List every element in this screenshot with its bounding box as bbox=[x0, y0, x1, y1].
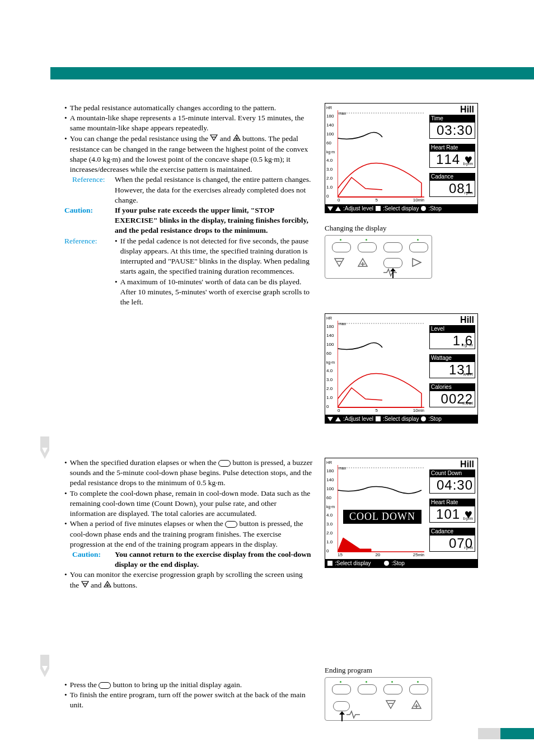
up-triangle-icon bbox=[335, 206, 341, 211]
header-accent-bar bbox=[50, 67, 534, 79]
status-bar-1: :Adjust level :Select display :Stop bbox=[325, 204, 477, 213]
panel-button[interactable] bbox=[409, 242, 428, 252]
section-1-text: •The pedal resistance automatically chan… bbox=[64, 103, 313, 307]
down-triangle-icon bbox=[327, 417, 333, 421]
caution-label: Caution: bbox=[64, 205, 115, 236]
section-3-text: • Press the button to bring up the initi… bbox=[64, 680, 313, 711]
stat-time-label: Time bbox=[429, 115, 475, 122]
round-button-icon bbox=[225, 521, 237, 528]
svg-marker-18 bbox=[413, 259, 421, 266]
round-button-icon bbox=[218, 460, 231, 467]
plus-triangle-icon bbox=[104, 580, 111, 590]
s2-b3: When a period of five minutes elapses or… bbox=[70, 519, 313, 550]
square-icon bbox=[376, 416, 381, 421]
section-2-text: • When the specified duration elapses or… bbox=[64, 458, 313, 591]
s1-b3: You can change the pedal resistance usin… bbox=[70, 134, 313, 175]
svg-marker-27 bbox=[386, 701, 395, 708]
svg-marker-5 bbox=[82, 581, 88, 587]
display-panel-1: HR 180 140 100 60 kg·m 4.0 3.0 2.0 1.0 0… bbox=[325, 103, 478, 213]
status-bar-2: :Adjust level :Select display :Stop bbox=[325, 415, 477, 423]
right-button[interactable] bbox=[410, 257, 423, 268]
square-icon bbox=[327, 561, 332, 566]
stat-cadence-value: 070rpm bbox=[429, 535, 475, 552]
stat-hr-value: 114 ♥bpm bbox=[429, 151, 475, 168]
svg-marker-33 bbox=[339, 711, 345, 715]
stat-countdown-value: 04:30 bbox=[429, 477, 475, 494]
y-axis-hr: HR 180 140 100 60 kg·m 4.0 3.0 2.0 1.0 0 bbox=[326, 316, 335, 414]
circle-icon bbox=[421, 206, 426, 211]
mode-label: Hill bbox=[460, 315, 474, 325]
caption-ending-program: Ending program bbox=[325, 666, 372, 675]
reference-body: When the pedal resistance is changed, th… bbox=[115, 175, 313, 205]
panel-button[interactable] bbox=[332, 242, 351, 252]
minus-triangle-icon bbox=[210, 134, 218, 144]
ref2-b2: A maximum of 10-minutes' worth of data c… bbox=[120, 277, 313, 308]
down-triangle-icon bbox=[327, 206, 333, 211]
up-button[interactable] bbox=[357, 257, 369, 268]
caution-label-2: Caution: bbox=[72, 550, 115, 570]
stat-wattage-label: Wattage bbox=[429, 354, 475, 361]
minus-triangle-icon bbox=[81, 580, 89, 590]
caption-changing-display: Changing the display bbox=[325, 224, 387, 233]
reference-label-2: Reference: bbox=[64, 236, 115, 277]
stat-wattage-value: 131watt bbox=[429, 361, 475, 378]
down-button[interactable] bbox=[385, 699, 397, 710]
svg-marker-0 bbox=[210, 135, 217, 140]
stat-countdown-label: Count Down bbox=[429, 469, 475, 477]
x-axis: 0510min bbox=[338, 408, 424, 413]
stat-cadence-label: Cadance bbox=[429, 173, 475, 180]
s2-b4: You can monitor the exercise progression… bbox=[70, 570, 313, 590]
s1-b2: A mountain-like shape represents a 15-mi… bbox=[70, 113, 313, 133]
footer-accent bbox=[500, 728, 534, 739]
plus-triangle-icon bbox=[233, 134, 241, 144]
down-button[interactable] bbox=[333, 257, 345, 268]
svg-marker-20 bbox=[390, 268, 396, 271]
flow-arrow-icon bbox=[39, 655, 50, 677]
s3-b2: To finish the entire program, turn off t… bbox=[70, 690, 313, 710]
y-axis-hr: HR 180 140 100 60 kg·m 4.0 3.0 2.0 1.0 0 bbox=[326, 106, 335, 203]
x-axis: 152025min bbox=[338, 552, 424, 557]
stat-calories-label: Calories bbox=[429, 383, 475, 391]
up-button[interactable] bbox=[410, 699, 423, 710]
circle-icon bbox=[384, 561, 389, 566]
status-bar-3: :Select display :Stop bbox=[325, 559, 477, 567]
stat-hr-label: Heart Rate bbox=[429, 499, 475, 506]
button-panel-2 bbox=[325, 677, 432, 721]
square-icon bbox=[376, 206, 381, 211]
cool-down-overlay: COOL DOWN bbox=[343, 510, 421, 524]
panel-button[interactable] bbox=[332, 684, 351, 694]
s1-b1: The pedal resistance automatically chang… bbox=[70, 103, 276, 113]
s2-b2: To complete the cool-down phase, remain … bbox=[70, 489, 313, 519]
up-triangle-icon bbox=[335, 417, 341, 421]
exercise-graph bbox=[338, 110, 427, 200]
pulse-icon bbox=[345, 710, 362, 719]
mode-label: Hill bbox=[460, 459, 474, 469]
caution-body: If your pulse rate exceeds the upper lim… bbox=[115, 205, 313, 236]
panel-button[interactable] bbox=[383, 242, 402, 252]
stat-cadence-label: Cadance bbox=[429, 528, 475, 535]
mode-label: Hill bbox=[460, 105, 474, 115]
display-panel-2: HR 180 140 100 60 kg·m 4.0 3.0 2.0 1.0 0… bbox=[325, 313, 478, 424]
svg-marker-13 bbox=[335, 259, 344, 266]
stat-time-value: 03:30 bbox=[429, 122, 475, 139]
panel-button[interactable] bbox=[409, 684, 428, 694]
s3-b1: Press the button to bring up the initial… bbox=[70, 680, 242, 690]
stat-level-value: 1.6kg·m bbox=[429, 332, 475, 349]
panel-button[interactable] bbox=[383, 684, 402, 694]
x-axis: 0510min bbox=[338, 198, 424, 203]
stat-level-label: Level bbox=[429, 325, 475, 332]
ref2-b1: If the pedal cadence is not detected for… bbox=[120, 236, 313, 277]
panel-button[interactable] bbox=[358, 684, 377, 694]
stat-calories-value: 0022Kcal bbox=[429, 391, 475, 407]
stat-cadence-value: 081rpm bbox=[429, 180, 475, 197]
s2-b1: When the specified duration elapses or w… bbox=[70, 458, 313, 489]
display-panel-3: HR 180 140 100 60 kg·m 4.0 3.0 2.0 1.0 0… bbox=[325, 458, 478, 568]
circle-icon bbox=[421, 416, 426, 421]
round-button-icon bbox=[99, 682, 111, 689]
stat-hr-value: 101 ♥bpm bbox=[429, 506, 475, 523]
panel-button[interactable] bbox=[358, 242, 377, 252]
caution-body-2: You cannot return to the exercise displa… bbox=[115, 550, 313, 570]
button-panel-1 bbox=[325, 235, 432, 279]
exercise-graph bbox=[338, 321, 427, 410]
arrow-indicator bbox=[338, 711, 346, 722]
